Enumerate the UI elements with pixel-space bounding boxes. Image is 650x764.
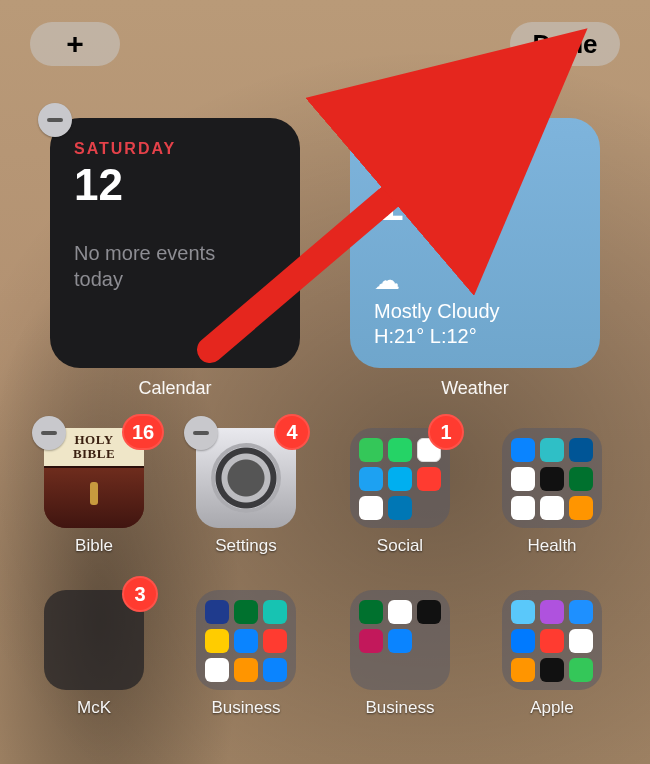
done-label: Done (533, 29, 598, 60)
folder-icon (196, 590, 296, 690)
app-label: Bible (44, 536, 144, 556)
remove-bible-button[interactable] (32, 416, 66, 450)
folder-mck[interactable]: 3 McK (44, 590, 144, 718)
settings-badge: 4 (274, 414, 310, 450)
mck-badge: 3 (122, 576, 158, 612)
add-widget-button[interactable]: + (30, 22, 120, 66)
remove-weather-widget-button[interactable] (338, 103, 372, 137)
minus-icon (41, 431, 57, 435)
location-icon: ➤ (444, 140, 470, 166)
app-label: McK (44, 698, 144, 718)
calendar-day-name: SATURDAY (74, 140, 276, 158)
weather-temp: 18° (374, 168, 576, 233)
remove-calendar-widget-button[interactable] (38, 103, 72, 137)
social-badge: 1 (428, 414, 464, 450)
bible-badge: 16 (122, 414, 164, 450)
app-label: Business (196, 698, 296, 718)
weather-condition: Mostly Cloudy (374, 300, 500, 323)
folder-health[interactable]: Health (502, 428, 602, 556)
folder-icon (502, 590, 602, 690)
weather-high-low: H:21° L:12° (374, 325, 500, 348)
app-label: Business (350, 698, 450, 718)
weather-widget-label: Weather (350, 378, 600, 399)
app-label: Social (350, 536, 450, 556)
minus-icon (193, 431, 209, 435)
folder-icon (350, 590, 450, 690)
folder-social[interactable]: 1 Social (350, 428, 450, 556)
folder-business-2[interactable]: Business (350, 590, 450, 718)
weather-city: Nairobi ➤ (374, 140, 576, 166)
folder-apple[interactable]: Apple (502, 590, 602, 718)
weather-widget[interactable]: Nairobi ➤ 18° ☁︎ Mostly Cloudy H:21° L:1… (350, 118, 600, 368)
calendar-widget-label: Calendar (50, 378, 300, 399)
minus-icon (47, 118, 63, 122)
app-settings[interactable]: 4 Settings (196, 428, 296, 556)
folder-business-1[interactable]: Business (196, 590, 296, 718)
plus-icon: + (66, 27, 84, 61)
cloud-icon: ☁︎ (374, 265, 500, 296)
app-label: Health (502, 536, 602, 556)
app-label: Apple (502, 698, 602, 718)
minus-icon (347, 118, 363, 122)
remove-settings-button[interactable] (184, 416, 218, 450)
calendar-message: No more events today (74, 240, 254, 292)
done-button[interactable]: Done (510, 22, 620, 66)
home-screen-edit-mode: + Done SATURDAY 12 No more events today … (0, 0, 650, 764)
folder-icon (502, 428, 602, 528)
calendar-date: 12 (74, 160, 276, 210)
app-label: Settings (196, 536, 296, 556)
app-bible[interactable]: HOLYBIBLE 16 Bible (44, 428, 144, 556)
calendar-widget[interactable]: SATURDAY 12 No more events today (50, 118, 300, 368)
